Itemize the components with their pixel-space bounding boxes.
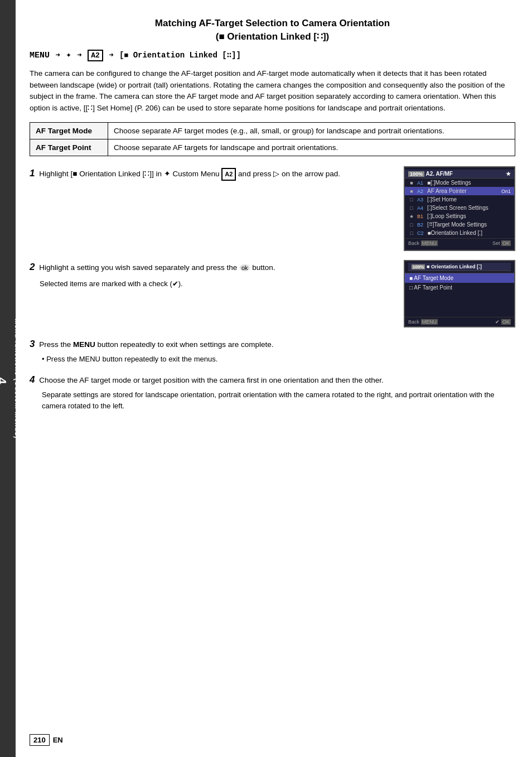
menu-path-text: MENU ➜ ✦ ➜ A2 ➜ [■ Orientation Linked [∷… [30,49,241,61]
table-cell-label-1: AF Target Mode [30,123,108,139]
step-2-bullet-1: Selected items are marked with a check (… [40,278,395,290]
menu-path: MENU ➜ ✦ ➜ A2 ➜ [■ Orientation Linked [∷… [30,49,515,61]
row-label-3: [⁚]Set Home [427,196,511,202]
screen1-title-right: ★ [506,171,511,177]
row-label-6: [⠿]Target Mode Settings [427,221,511,228]
table-cell-value-2: Choose separate AF targets for landscape… [108,139,515,156]
screen2-footer: Back MENU ✔ OK [405,317,514,326]
info-table: AF Target Mode Choose separate AF target… [30,122,515,156]
step-4-bullet: Separate settings are stored for landsca… [42,389,515,412]
camera-screen-2: 100% ■ Orientation Linked [⁚] ■ AF Targe… [404,260,515,327]
screen2-row-1: ■ AF Target Mode [405,273,514,283]
row-icon-4: □ [408,205,415,211]
step-2-image: 100% ■ Orientation Linked [⁚] ■ AF Targe… [404,260,515,327]
row-label-4: [⁚]Select Screen Settings [427,205,511,211]
screen1-title-left: 100% A2. AF/MF [408,171,453,177]
page-footer: 210 EN [30,734,63,746]
step-number-1: 1 [30,168,35,179]
step-3: 3 Press the MENU button repeatedly to ex… [30,336,515,365]
step-1: 1 Highlight [■ Orientation Linked [∷]] i… [30,166,515,251]
step-number-2: 2 [30,262,35,272]
step-3-text: 3 Press the MENU button repeatedly to ex… [30,336,515,351]
screen1-footer-left: Back MENU [408,240,438,246]
row-icon-2: ■ [408,189,415,194]
row-value-2: On1 [501,189,511,194]
step-1-content: Highlight [■ Orientation Linked [∷]] in … [39,170,340,178]
screen1-row-4: □ A4 [⁚]Select Screen Settings [405,204,514,212]
page-suffix: EN [53,736,63,744]
screen1-footer: Back MENU Set OK [405,238,514,248]
table-cell-value-1: Choose separate AF target modes (e.g., a… [108,123,515,139]
side-tab: 4 Menu functions (Custom menus) [0,0,16,757]
step-2-left: 2 Highlight a setting you wish saved sep… [30,260,395,289]
screen1-row-2: ■ A2 AF Area Pointer On1 [405,187,514,195]
screen1-row-7: □ C2 ■Orientation Linked [⁚] [405,229,514,237]
step-2-text: 2 Highlight a setting you wish saved sep… [30,260,395,274]
step-4: 4 Choose the AF target mode or target po… [30,372,515,412]
screen2-title: 100% ■ Orientation Linked [⁚] [405,261,514,273]
step-1-left: 1 Highlight [■ Orientation Linked [∷]] i… [30,166,395,184]
step-4-content: Choose the AF target mode or target posi… [39,376,384,384]
screen1-footer-right: Set OK [492,240,511,246]
screen2-row-2: □ AF Target Point [405,283,514,292]
step-1-image: 100% A2. AF/MF ★ ■ A1 ■[⁚]Mode Settings … [404,166,515,251]
row-icon-5: ★ [408,214,415,219]
row-icon-7: □ [408,230,415,236]
page-number: 210 [30,734,50,746]
camera-screen-1: 100% A2. AF/MF ★ ■ A1 ■[⁚]Mode Settings … [404,166,515,251]
title-line1: Matching AF-Target Selection to Camera O… [30,17,515,30]
step-2-content: Highlight a setting you wish saved separ… [39,263,275,272]
step-4-text: 4 Choose the AF target mode or target po… [30,372,515,387]
row-label-1: ■[⁚]Mode Settings [427,180,511,186]
row-icon-1: ■ [408,180,415,186]
screen1-row-6: □ B2 [⠿]Target Mode Settings [405,220,514,229]
screen2-footer-right: ✔ OK [495,319,511,325]
step-2: 2 Highlight a setting you wish saved sep… [30,260,515,327]
body-text: The camera can be configured to change t… [30,68,515,115]
row-label-2: AF Area Pointer [427,188,499,194]
step-3-bullet: • Press the MENU button repeatedly to ex… [42,354,515,365]
screen1-row-1: ■ A1 ■[⁚]Mode Settings [405,179,514,187]
chapter-number: 4 [0,377,9,384]
row-icon-3: □ [408,197,415,202]
screen1-row-3: □ A3 [⁚]Set Home [405,195,514,204]
main-content: Matching AF-Target Selection to Camera O… [16,0,532,757]
table-cell-label-2: AF Target Point [30,139,108,156]
screen2-footer-left: Back MENU [408,319,438,325]
row-label-5: [⁚]Loop Settings [427,213,511,219]
table-row: AF Target Point Choose separate AF targe… [30,139,515,156]
step-1-text: 1 Highlight [■ Orientation Linked [∷]] i… [30,166,395,181]
screen1-title: 100% A2. AF/MF ★ [405,170,514,179]
page-title: Matching AF-Target Selection to Camera O… [30,17,515,44]
table-row: AF Target Mode Choose separate AF target… [30,123,515,139]
step-number-3: 3 [30,339,35,349]
step-number-4: 4 [30,374,35,385]
row-label-7: ■Orientation Linked [⁚] [428,230,511,236]
screen1-row-5: ★ B1 [⁚]Loop Settings [405,212,514,220]
row-icon-6: □ [408,222,415,228]
title-line2: (■ Orientation Linked [∷]) [30,30,515,44]
